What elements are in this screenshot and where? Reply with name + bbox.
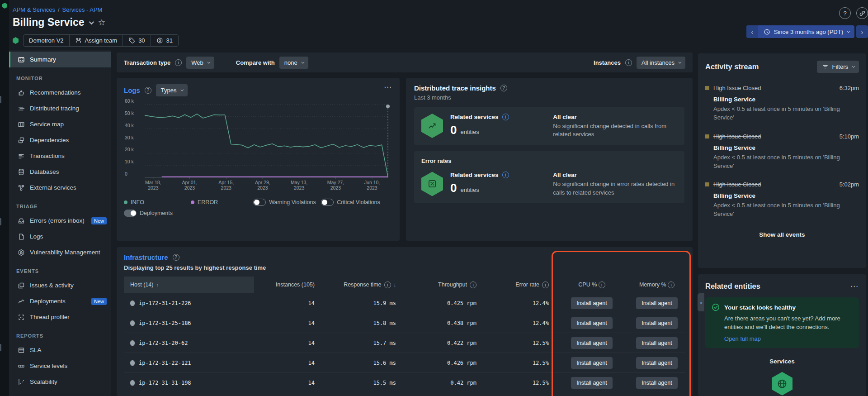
sidebar-item-external-services[interactable]: External services (9, 180, 111, 196)
install-agent-button-cpu[interactable]: Install agent (571, 317, 612, 329)
legend-label: Critical Violations (337, 199, 380, 205)
logs-help-icon[interactable]: ? (145, 87, 151, 94)
sidebar-item-recommendations[interactable]: Recommendations (9, 85, 111, 100)
help-button[interactable]: ? (839, 7, 851, 19)
sidebar-item-thread-profiler[interactable]: Thread profiler (9, 309, 111, 325)
col-error-rate[interactable]: Error rate i (483, 277, 555, 293)
service-globe-hexagon-icon[interactable] (772, 372, 793, 396)
title-chevron-down-icon[interactable] (89, 19, 94, 24)
sidebar-item-vulnerability-management[interactable]: Vulnerability Management (9, 244, 111, 260)
install-agent-button-cpu[interactable]: Install agent (571, 297, 612, 309)
event-service: Billing Service (713, 96, 859, 103)
install-agent-button-cpu[interactable]: Install agent (571, 357, 612, 369)
install-agent-button-cpu[interactable]: Install agent (571, 337, 612, 349)
sidebar-item-transactions[interactable]: Transactions (9, 148, 111, 164)
infrastructure-help-icon[interactable]: ? (173, 254, 179, 261)
toggle-critical-violations[interactable]: Critical Violations (321, 199, 392, 206)
legend-error[interactable]: ERROR (191, 199, 253, 205)
account-name[interactable]: Demotron V2 (24, 35, 69, 46)
info-icon[interactable]: i (470, 281, 476, 288)
related-entities-menu-button[interactable]: ⋯ (850, 281, 859, 291)
install-agent-button-cpu[interactable]: Install agent (571, 377, 612, 389)
info-icon[interactable]: i (599, 281, 605, 288)
filters-button[interactable]: Filters (817, 61, 859, 73)
host-status-icon (130, 360, 135, 366)
info-icon[interactable]: i (668, 281, 675, 288)
stack-healthy-title: Your stack looks healthy (724, 304, 796, 311)
instances-value: 14 (254, 380, 321, 386)
logs-types-select[interactable]: Types (156, 84, 188, 96)
host-row-ip-172-31-22-121[interactable]: ip-172-31-22-1211415.6 ms0.426 rpm12.5%I… (124, 353, 685, 372)
time-prev-button[interactable]: ‹ (746, 25, 758, 38)
show-all-events-link[interactable]: Show all events (705, 231, 859, 238)
sidebar-item-distributed-tracing[interactable]: Distributed tracing (9, 100, 111, 116)
host-row-ip-172-31-31-198[interactable]: ip-172-31-31-1981415.5 ms0.42 rpm12.5%In… (124, 372, 685, 392)
host-row-ip-172-31-20-62[interactable]: ip-172-31-20-621415.7 ms0.422 rpm12.5%In… (124, 333, 685, 353)
toggle-switch[interactable] (321, 199, 334, 206)
sidebar-item-deployments[interactable]: DeploymentsNew (9, 293, 111, 309)
infrastructure-title[interactable]: Infrastructure (124, 253, 168, 261)
sidebar-item-dependencies[interactable]: Dependencies (9, 132, 111, 148)
info-icon[interactable]: i (384, 281, 391, 288)
insights-help-icon[interactable]: ? (500, 85, 507, 91)
toggle-switch[interactable] (253, 199, 266, 206)
favorite-star-icon[interactable]: ☆ (98, 17, 106, 28)
sidebar-item-errors-errors-inbox-[interactable]: Errors (errors inbox)New (9, 213, 111, 229)
legend-info[interactable]: INFO (124, 199, 191, 205)
recommendations-icon (18, 89, 25, 96)
col-host[interactable]: Host (14) ↑ (124, 277, 254, 293)
time-next-button[interactable]: › (856, 25, 868, 38)
sidebar-item-sla[interactable]: SLA (9, 342, 111, 358)
sidebar-item-summary[interactable]: Summary (9, 52, 111, 67)
transactions-icon (18, 153, 25, 160)
sidebar-item-databases[interactable]: Databases (9, 164, 111, 180)
compare-with-select[interactable]: none (279, 57, 308, 69)
logs-menu-button[interactable]: ⋯ (384, 82, 392, 92)
time-range-button[interactable]: Since 3 months ago (PDT) (758, 29, 854, 35)
toggle-warning-violations[interactable]: Warning Violations (253, 199, 321, 206)
col-memory[interactable]: Memory % i (628, 277, 685, 293)
sidebar-item-scalability[interactable]: Scalability (9, 374, 111, 390)
instances-select[interactable]: All instances (637, 57, 685, 69)
logs-panel-title[interactable]: Logs (124, 86, 140, 94)
assign-team-button[interactable]: Assign team (69, 35, 123, 46)
open-full-map-link[interactable]: Open full map (724, 335, 853, 342)
sidebar-item-issues-activity[interactable]: Issues & activity (9, 277, 111, 293)
info-icon[interactable]: i (502, 172, 509, 178)
transaction-type-select[interactable]: Web (186, 57, 214, 69)
copy-link-button[interactable] (856, 7, 868, 19)
environment-count[interactable]: 31 (151, 35, 178, 46)
host-row-ip-172-31-25-186[interactable]: ip-172-31-25-1861415.8 ms0.438 rpm12.4%I… (124, 313, 685, 333)
sidebar-item-service-map[interactable]: Service map (9, 116, 111, 132)
install-agent-button-memory[interactable]: Install agent (636, 297, 677, 309)
sidebar-item-service-levels[interactable]: Service levels (9, 358, 111, 374)
toggle-switch[interactable] (124, 210, 137, 217)
col-cpu[interactable]: CPU % i (555, 277, 628, 293)
col-instances[interactable]: Instances (105) (254, 277, 321, 293)
sidebar-item-logs[interactable]: Logs (9, 229, 111, 244)
host-name: ip-172-31-31-198 (139, 380, 191, 386)
breadcrumb-services-apm[interactable]: Services - APM (62, 6, 103, 13)
error-value: 12.5% (483, 360, 555, 366)
sidebar-item-label: External services (30, 184, 76, 191)
info-icon[interactable]: i (502, 114, 509, 120)
install-agent-button-memory[interactable]: Install agent (636, 377, 677, 389)
col-response-time[interactable]: Response time i ↓ (321, 277, 402, 293)
related-entities-collapse-handle[interactable]: › (698, 293, 704, 311)
col-throughput[interactable]: Throughput i (402, 277, 483, 293)
tags-count[interactable]: 30 (123, 35, 150, 46)
info-icon[interactable]: i (175, 59, 182, 66)
install-agent-button-memory[interactable]: Install agent (636, 337, 677, 349)
install-agent-button-memory[interactable]: Install agent (636, 317, 677, 329)
activity-event[interactable]: High Issue Closed6:32pmBilling ServiceAp… (705, 85, 859, 122)
sla-icon (18, 347, 25, 354)
info-icon[interactable]: i (625, 59, 632, 66)
host-row-ip-172-31-21-226[interactable]: ip-172-31-21-2261415.9 ms0.425 rpm12.4%I… (124, 293, 685, 313)
install-agent-button-memory[interactable]: Install agent (636, 357, 677, 369)
activity-event[interactable]: High Issue Closed5:10pmBilling ServiceAp… (705, 133, 859, 171)
sidebar-item-label: Scalability (30, 378, 57, 385)
activity-event[interactable]: High Issue Closed5:02pmBilling ServiceAp… (705, 181, 859, 219)
toggle-deployments[interactable]: Deployments (124, 210, 173, 217)
breadcrumb-apm-services[interactable]: APM & Services (13, 6, 55, 13)
info-icon[interactable]: i (542, 281, 549, 288)
